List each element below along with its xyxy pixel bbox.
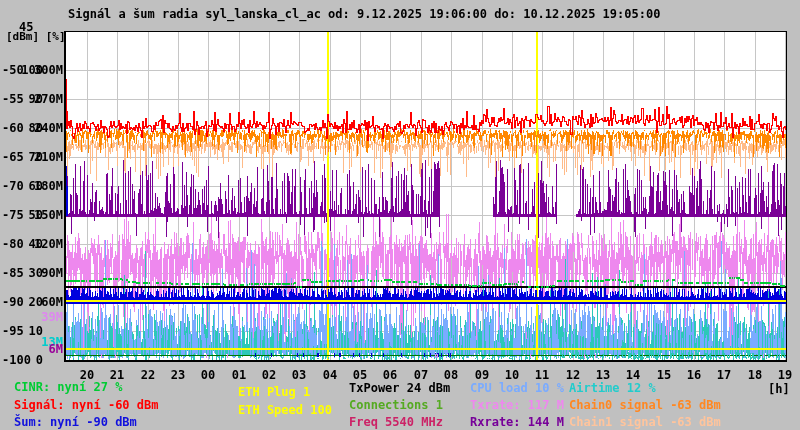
legend-item: Airtime 12 % (569, 382, 656, 395)
y-tick-dbm: -85 (2, 266, 24, 280)
x-tick-label: 22 (140, 369, 156, 382)
y-tick-mbit: 90M (41, 266, 63, 280)
y-axis-units-label: [dBm] [%] (6, 30, 66, 43)
y-axis-row: -853090M (0, 266, 63, 279)
legend-item: Šum: nyní -90 dBm (14, 416, 137, 429)
legend-item: Connections 1 (349, 399, 443, 412)
y-axis-row: -902060M (0, 295, 63, 308)
x-tick-label: 18 (747, 369, 763, 382)
x-tick-label: 16 (686, 369, 702, 382)
y-tick-mbit: 210M (34, 150, 63, 164)
legend-item: ETH Speed 100 (238, 404, 332, 417)
y-tick-mbit: 240M (34, 121, 63, 135)
y-axis-row: -8040120M (0, 237, 63, 250)
y-axis-row: -50100300M (0, 63, 63, 76)
x-tick-label: 23 (170, 369, 186, 382)
y-axis-row: -7550150M (0, 208, 63, 221)
legend-item: ETH Plug 1 (238, 386, 310, 399)
y-tick-mbit: 150M (34, 208, 63, 222)
y-tick-mbit: 60M (41, 295, 63, 309)
y-tick-dbm: -70 (2, 179, 24, 193)
y-tick-dbm: -65 (2, 150, 24, 164)
y-tick-dbm: -60 (2, 121, 24, 135)
y-tick-dbm: -80 (2, 237, 24, 251)
x-tick-label: 04 (322, 369, 338, 382)
legend-item: Txrate: 117 M (470, 399, 564, 412)
x-tick-label: 15 (656, 369, 672, 382)
legend-item: CINR: nyní 27 % (14, 381, 122, 394)
y-tick-dbm: -75 (2, 208, 24, 222)
x-tick-label: 02 (261, 369, 277, 382)
rate-mark-label: 39M (0, 311, 63, 324)
legend-item: Rxrate: 144 M (470, 416, 564, 429)
x-tick-label: 17 (716, 369, 732, 382)
y-axis-row: -6570210M (0, 150, 63, 163)
rate-mark-label: 6M (0, 343, 63, 356)
y-axis-row: -5590270M (0, 92, 63, 105)
legend-item: Chain1 signal -63 dBm (569, 416, 721, 429)
y-tick-mbit: 120M (34, 237, 63, 251)
y-tick-mbit: 270M (34, 92, 63, 106)
legend-item: Chain0 signal -63 dBm (569, 399, 721, 412)
x-tick-label: 01 (231, 369, 247, 382)
x-tick-label: 00 (200, 369, 216, 382)
x-tick-label: 03 (291, 369, 307, 382)
legend-item: Signál: nyní -60 dBm (14, 399, 159, 412)
legend-item: Freq 5540 MHz (349, 416, 443, 429)
y-axis-row: -6080240M (0, 121, 63, 134)
y-tick-mbit: 300M (34, 63, 63, 77)
y-tick-dbm: -90 (2, 295, 24, 309)
y-tick-mbit: 180M (34, 179, 63, 193)
x-tick-label: 19 (777, 369, 793, 382)
y-tick-dbm: -55 (2, 92, 24, 106)
y-axis-row: -7060180M (0, 179, 63, 192)
rrd-graph: Signál a šum radia syl_lanska_cl_ac od: … (0, 0, 800, 430)
legend-item: TxPower 24 dBm (349, 382, 450, 395)
chart-title: Signál a šum radia syl_lanska_cl_ac od: … (68, 8, 660, 21)
x-axis-unit-label: [h] (768, 383, 790, 396)
legend-item: CPU load 10 % (470, 382, 564, 395)
signal-noise-chart-canvas (0, 0, 800, 430)
